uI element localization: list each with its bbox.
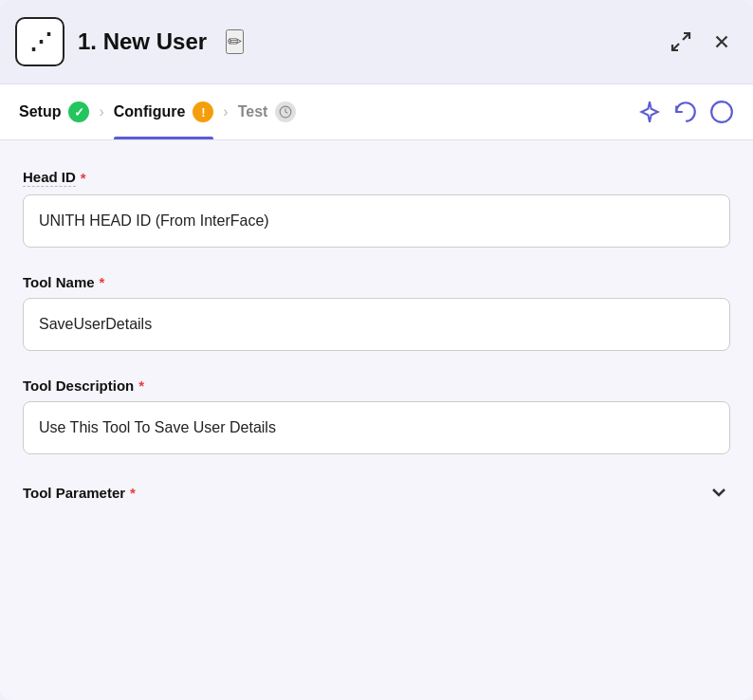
tool-description-required: * [138,378,144,394]
title-bar: ⋰ 1. New User ✏ [0,0,753,84]
sparkle-button[interactable] [637,100,662,124]
sparkle-icon [637,100,662,124]
chat-icon [709,100,734,124]
svg-point-5 [711,101,732,122]
expand-icon [670,30,692,53]
tool-name-input[interactable] [23,298,730,351]
tool-description-label: Tool Description * [23,378,730,394]
step-configure-badge: ! [193,101,213,122]
undo-icon [673,100,698,124]
step-test[interactable]: Test [238,84,297,139]
close-button[interactable] [709,29,734,54]
head-id-label-text: Head ID [23,169,76,187]
page-title: 1. New User [78,28,207,55]
tool-parameter-row: Tool Parameter * [23,481,730,507]
title-left: ⋰ 1. New User ✏ [15,17,244,66]
close-icon [711,31,732,52]
tool-description-field-group: Tool Description * [23,378,730,454]
step-test-badge [275,101,296,122]
step-configure-label: Configure [114,103,186,120]
chevron-down-icon [707,481,730,504]
tool-description-input[interactable] [23,401,730,454]
tool-description-label-text: Tool Description [23,378,134,394]
tool-name-label: Tool Name * [23,274,730,290]
step-setup[interactable]: Setup ✓ [19,84,89,139]
steps-bar: Setup ✓ › Configure ! › Test [0,84,753,140]
main-content: Head ID * Tool Name * Tool Description * [0,140,753,700]
step-setup-label: Setup [19,103,61,120]
tool-name-required: * [100,274,105,290]
edit-title-button[interactable]: ✏ [226,29,244,54]
chat-button[interactable] [709,100,734,124]
title-actions [668,28,734,55]
step-test-label: Test [238,103,268,120]
chevron-2: › [223,103,228,120]
tool-name-label-text: Tool Name [23,274,95,290]
app-window: ⋰ 1. New User ✏ [0,0,753,700]
step-configure[interactable]: Configure ! [114,84,214,139]
head-id-label: Head ID * [23,169,730,187]
steps-actions [637,100,734,124]
chevron-1: › [99,103,103,120]
tool-parameter-label: Tool Parameter * [23,485,136,501]
logo-box: ⋰ [15,17,64,66]
head-id-required: * [81,170,86,186]
head-id-input[interactable] [23,194,730,248]
clock-icon [279,105,292,119]
undo-button[interactable] [673,100,698,124]
expand-button[interactable] [668,28,694,55]
tool-parameter-required: * [130,485,136,501]
head-id-field-group: Head ID * [23,169,730,248]
step-setup-badge: ✓ [68,101,89,122]
logo-icon: ⋰ [29,28,50,55]
tool-parameter-label-text: Tool Parameter [23,485,125,501]
tool-parameter-expand-button[interactable] [707,481,730,504]
tool-name-field-group: Tool Name * [23,274,730,351]
